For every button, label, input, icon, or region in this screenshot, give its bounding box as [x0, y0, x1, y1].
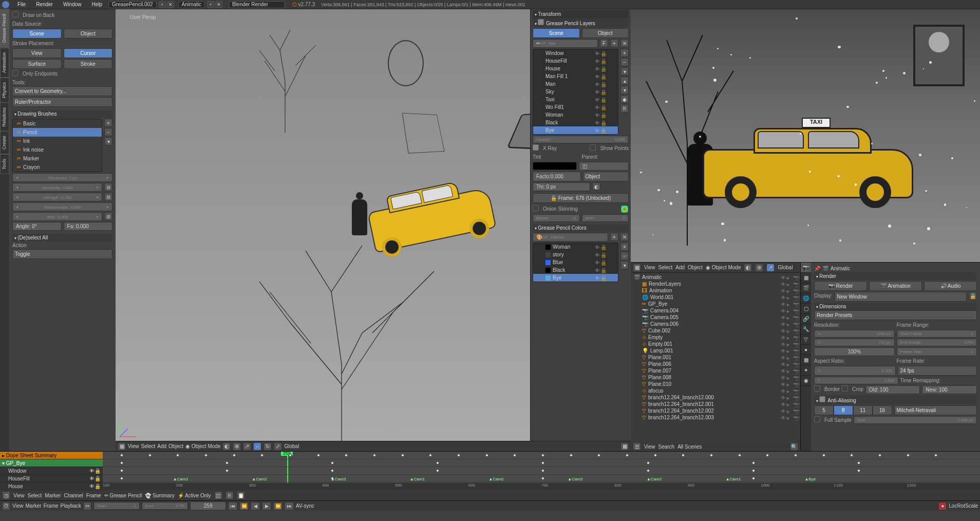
- outliner-plane-010[interactable]: ▽Plane.010👁▸📷: [632, 381, 799, 387]
- onion-colors[interactable]: [620, 205, 629, 213]
- sensitivity-toggle[interactable]: ⊘: [104, 183, 112, 191]
- layer-up[interactable]: ▴: [620, 77, 629, 85]
- tab-modifiers[interactable]: 🔧: [801, 324, 811, 334]
- vp-menu-select[interactable]: Select: [141, 443, 156, 449]
- scene-remove-button[interactable]: ✕: [167, 1, 174, 8]
- brush-pencil[interactable]: Pencil: [13, 128, 102, 137]
- data-source-scene[interactable]: Scene: [12, 29, 62, 39]
- vp2-add[interactable]: Add: [675, 265, 685, 270]
- xray-check[interactable]: [533, 144, 539, 151]
- keyframe-prev-icon[interactable]: ⏪: [239, 502, 249, 510]
- tl-marker[interactable]: Marker: [26, 503, 42, 509]
- jump-end-icon[interactable]: ⏭: [285, 502, 294, 510]
- play-icon[interactable]: ▶: [262, 502, 271, 510]
- tab-scene[interactable]: 🎬: [801, 283, 811, 293]
- jump-start-icon[interactable]: ⏮: [228, 502, 237, 510]
- pivot-icon[interactable]: ⊕: [233, 442, 241, 451]
- sp-cursor[interactable]: Cursor: [64, 48, 113, 58]
- onion-before[interactable]: Before:0: [533, 214, 580, 222]
- showpoints-check[interactable]: [590, 144, 596, 151]
- layer-down[interactable]: ▾: [620, 86, 629, 94]
- outliner-animatic[interactable]: 🎬Animatic👁▸📷: [632, 274, 799, 281]
- ds-channel[interactable]: Channel: [64, 493, 83, 498]
- gp-layer-housefill[interactable]: HouseFill👁🔒: [533, 57, 618, 65]
- outliner-gp_bye[interactable]: ✏GP_Bye👁▸📷: [632, 301, 799, 307]
- layers-icon[interactable]: ▦: [620, 442, 629, 451]
- channel-window[interactable]: Window👁🔒: [0, 467, 103, 475]
- gp-name-field[interactable]: ✏ GP_Bye: [533, 39, 598, 48]
- brush-ink[interactable]: Ink: [13, 137, 102, 145]
- outliner-afocus[interactable]: ⊹afocus👁▸📷: [632, 387, 799, 394]
- palette-remove[interactable]: ✕: [620, 233, 629, 241]
- tab-renderlayers[interactable]: ▦: [801, 273, 811, 283]
- tl-view[interactable]: View: [12, 503, 24, 509]
- 3d-viewport[interactable]: User Persp: [116, 9, 530, 441]
- menu-help[interactable]: Help: [87, 2, 108, 7]
- summary-channel[interactable]: ▸ Dope Sheet Summary: [0, 452, 103, 459]
- outliner-plane-001[interactable]: ▽Plane.001👁▸📷: [632, 354, 799, 361]
- gp-layer-bye[interactable]: Bye👁🔒: [533, 126, 618, 134]
- border-check[interactable]: [814, 385, 820, 392]
- tab-animation[interactable]: Animation: [0, 48, 9, 78]
- tl-end[interactable]: End:1755: [142, 502, 188, 510]
- animation-button[interactable]: 🎬 Animation: [869, 281, 922, 291]
- tl-playback[interactable]: Playback: [61, 503, 82, 509]
- layout-add-button[interactable]: +: [207, 1, 214, 8]
- gp-layers-panel[interactable]: Grease Pencil Layers: [533, 18, 629, 27]
- gp-channel[interactable]: ▾ GP_Bye: [0, 459, 103, 467]
- ds-mode[interactable]: ✏ Grease Pencil: [104, 493, 142, 498]
- dimensions-panel[interactable]: Dimensions: [814, 303, 977, 310]
- gp-layer-window[interactable]: Window👁🔒: [533, 49, 618, 57]
- orientation-selector[interactable]: Global: [284, 443, 299, 449]
- outliner-branch12-264_branch12-002[interactable]: ▽branch12.264_branch12.002👁▸📷: [632, 407, 799, 414]
- display-mode[interactable]: New Window: [835, 292, 967, 302]
- gp-add[interactable]: +: [610, 39, 618, 47]
- brush-basic[interactable]: Basic: [13, 119, 102, 128]
- gp-layers-check[interactable]: [538, 19, 544, 25]
- res-y[interactable]: Y:720 px: [814, 339, 895, 346]
- layout-selector[interactable]: Animatic: [178, 1, 205, 8]
- aspect-y[interactable]: Y:1.000: [814, 377, 898, 384]
- palette-field[interactable]: 🎨 GP_Palette: [533, 233, 608, 241]
- deselect-header[interactable]: (De)select All: [12, 234, 112, 241]
- keyframe-next-icon[interactable]: ⏩: [273, 502, 282, 510]
- ds-paste[interactable]: 📋: [237, 491, 245, 499]
- tl-start[interactable]: Start:1: [93, 502, 140, 510]
- layer-copy[interactable]: ⎘: [620, 104, 629, 113]
- np-scene[interactable]: Scene: [533, 28, 580, 38]
- aa-filter[interactable]: Mitchell-Netravali: [894, 405, 977, 415]
- tab-create[interactable]: Create: [0, 131, 9, 154]
- outl-view[interactable]: View: [644, 444, 655, 450]
- onion-after[interactable]: After:0: [582, 214, 629, 222]
- thickness-offset[interactable]: Thi: 0 px: [533, 182, 590, 191]
- tab-data[interactable]: ▽: [801, 334, 811, 345]
- fullsample-check[interactable]: [814, 416, 820, 422]
- gp-color-bye[interactable]: Bye👁🔒: [533, 274, 618, 282]
- gp-layer-sky[interactable]: Sky👁🔒: [533, 88, 618, 96]
- manip-rotate[interactable]: ↻: [263, 442, 272, 451]
- ds-frame[interactable]: Frame: [86, 493, 101, 498]
- outliner-animation[interactable]: 🎞Animation👁▸📷: [632, 287, 799, 294]
- onion-check[interactable]: [533, 205, 539, 211]
- tab-physics[interactable]: Physics: [0, 78, 9, 103]
- tab-render[interactable]: 📷: [801, 263, 811, 273]
- autokey-icon[interactable]: ●: [938, 502, 947, 510]
- ds-editor-type[interactable]: ◷: [2, 491, 10, 499]
- toggle-action[interactable]: Toggle: [12, 249, 112, 259]
- render-panel[interactable]: Render: [814, 272, 977, 280]
- parent-field[interactable]: ◫: [579, 162, 629, 171]
- brush-remove-icon[interactable]: −: [104, 128, 112, 136]
- tab-grease-pencil[interactable]: Grease Pencil: [0, 9, 9, 48]
- outl-search[interactable]: Search: [658, 444, 675, 450]
- aa-panel[interactable]: Anti-Aliasing: [814, 395, 977, 404]
- layer-remove[interactable]: −: [620, 58, 629, 66]
- shading-icon[interactable]: ◐: [222, 442, 231, 451]
- gp-remove[interactable]: ✕: [620, 39, 629, 47]
- color-menu[interactable]: ▾: [620, 261, 629, 269]
- frame-lock-button[interactable]: 🔓 Frame: 676 (Unlocked): [533, 193, 629, 203]
- tab-constraints[interactable]: 🔗: [801, 314, 811, 324]
- outliner-plane-007[interactable]: ▽Plane.007👁▸📷: [632, 367, 799, 374]
- outliner-renderlayers[interactable]: ▦RenderLayers👁▸📷: [632, 281, 799, 287]
- tab-tools[interactable]: Tools: [0, 154, 9, 174]
- drawing-brushes-header[interactable]: Drawing Brushes: [12, 110, 112, 118]
